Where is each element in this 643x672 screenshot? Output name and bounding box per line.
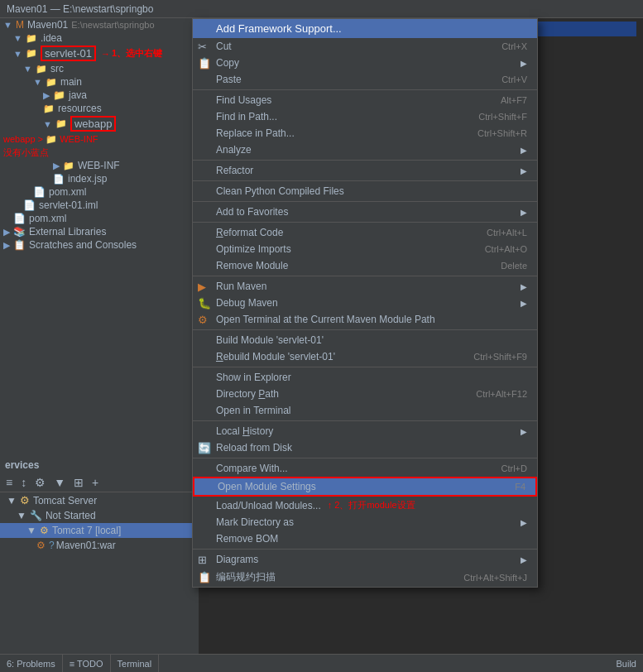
status-problems[interactable]: 6: Problems xyxy=(0,655,63,672)
menu-item-directory-path[interactable]: Directory Path Ctrl+Alt+F12 xyxy=(193,386,537,402)
menu-item-clean-python[interactable]: Clean Python Compiled Files xyxy=(193,183,537,199)
war-label: Maven01:war xyxy=(56,540,116,551)
menu-item-diagrams[interactable]: ⊞ Diagrams ▶ xyxy=(193,551,537,568)
diagrams-arrow: ▶ xyxy=(521,555,527,564)
menu-item-cut[interactable]: ✂ Cut Ctrl+X xyxy=(193,38,537,55)
tree-item-maven01[interactable]: ▼ M Maven01 E:\newstart\springbo xyxy=(0,18,199,31)
cut-shortcut: Ctrl+X xyxy=(501,41,527,51)
status-terminal[interactable]: Terminal xyxy=(111,655,160,672)
xml-icon: 📄 xyxy=(13,213,26,224)
tree-label: pom.xml xyxy=(49,186,86,198)
separator xyxy=(193,89,537,90)
separator xyxy=(193,367,537,367)
toolbar-btn-add[interactable]: + xyxy=(89,475,101,490)
build-label: Build xyxy=(617,659,636,669)
toolbar-btn-sort[interactable]: ↕ xyxy=(18,475,29,490)
copy-label: Copy xyxy=(216,57,239,69)
menu-item-reload-disk[interactable]: 🔄 Reload from Disk xyxy=(193,439,537,456)
separator xyxy=(193,549,537,550)
menu-item-mark-directory[interactable]: Mark Directory as ▶ xyxy=(193,514,537,530)
menu-item-optimize-imports[interactable]: Optimize Imports Ctrl+Alt+O xyxy=(193,241,537,257)
encoding-scan-shortcut: Ctrl+Alt+Shift+J xyxy=(463,573,527,583)
expand-icon: ▼ xyxy=(33,77,42,87)
menu-item-open-module-settings[interactable]: Open Module Settings F4 xyxy=(193,477,537,497)
menu-item-reformat[interactable]: Reformat Code Ctrl+Alt+L xyxy=(193,224,537,241)
tree-item-pomxml1[interactable]: 📄 pom.xml xyxy=(0,185,199,199)
war-icon: ⚙ xyxy=(36,540,46,551)
mark-directory-arrow: ▶ xyxy=(521,518,527,527)
menu-item-local-history[interactable]: Local History ▶ xyxy=(193,423,537,439)
todo-label: ≡ TODO xyxy=(70,659,103,669)
toolbar-btn-filter[interactable]: ▼ xyxy=(51,475,68,490)
menu-item-compare[interactable]: Compare With... Ctrl+D xyxy=(193,460,537,477)
menu-item-remove-bom[interactable]: Remove BOM xyxy=(193,530,537,547)
menu-item-remove-module[interactable]: Remove Module Delete xyxy=(193,257,537,274)
tree-item-scratches[interactable]: ▶ 📋 Scratches and Consoles xyxy=(0,238,199,252)
tree-item-webinf[interactable]: ▶ 📁 WEB-INF xyxy=(0,159,199,172)
expand-icon: ▼ xyxy=(13,49,22,59)
menu-item-add-favorites[interactable]: Add to Favorites ▶ xyxy=(193,204,537,220)
menu-item-open-terminal-maven[interactable]: ⚙ Open Terminal at the Current Maven Mod… xyxy=(193,311,537,328)
path-label: E:\newstart\springbo xyxy=(71,20,154,30)
refactor-arrow: ▶ xyxy=(521,166,527,175)
tree-item-webapp[interactable]: ▼ 📁 webapp xyxy=(0,115,199,132)
expand-icon: ▶ xyxy=(3,240,10,251)
tree-item-indexjsp[interactable]: 📄 index.jsp xyxy=(0,172,199,185)
iml-icon: 📄 xyxy=(23,199,36,211)
menu-item-find-in-path[interactable]: Find in Path... Ctrl+Shift+F xyxy=(193,108,537,125)
menu-item-load-unload[interactable]: Load/Unload Modules... ↑ 2、打开module设置 xyxy=(193,497,537,514)
menu-item-copy[interactable]: 📋 Copy ▶ xyxy=(193,55,537,71)
reformat-label: Reformat Code xyxy=(216,227,283,238)
menu-item-show-explorer[interactable]: Show in Explorer xyxy=(193,369,537,386)
tomcat-server-icon: ⚙ xyxy=(20,494,30,506)
tree-label: java xyxy=(69,89,87,101)
menu-item-open-terminal[interactable]: Open in Terminal xyxy=(193,402,537,419)
menu-item-refactor[interactable]: Refactor ▶ xyxy=(193,162,537,179)
menu-item-encoding-scan[interactable]: 📋 编码规约扫描 Ctrl+Alt+Shift+J xyxy=(193,568,537,587)
annotation2-arrow: ↑ 2、打开module设置 xyxy=(328,499,415,511)
debug-maven-label: Debug Maven xyxy=(216,297,278,309)
tree-label: Scratches and Consoles xyxy=(29,239,137,251)
status-build[interactable]: Build xyxy=(610,655,643,672)
copy-icon: 📋 xyxy=(198,57,211,70)
tree-item-extlibs[interactable]: ▶ 📚 External Libraries xyxy=(0,225,199,238)
rebuild-module-label: Rebuild Module 'servlet-01' xyxy=(216,351,335,362)
open-terminal-maven-label: Open Terminal at the Current Maven Modul… xyxy=(216,314,435,325)
tree-item-servlet01iml[interactable]: 📄 servlet-01.iml xyxy=(0,199,199,212)
menu-item-add-framework[interactable]: Add Framework Support... xyxy=(193,19,537,38)
menu-item-run-maven[interactable]: ▶ Run Maven ▶ xyxy=(193,278,537,295)
tree-item-pomxml2[interactable]: 📄 pom.xml xyxy=(0,212,199,225)
tree-item-servlet01[interactable]: ▼ 📁 servlet-01 → 1、选中右键 xyxy=(0,45,199,62)
problems-label: 6: Problems xyxy=(7,659,55,669)
services-title: ervices xyxy=(0,457,199,473)
remove-module-shortcut: Delete xyxy=(501,261,527,271)
tree-item-main[interactable]: ▼ 📁 main xyxy=(0,75,199,89)
separator xyxy=(193,222,537,223)
run-maven-arrow: ▶ xyxy=(521,282,527,291)
tree-item-java[interactable]: ▶ 📁 java xyxy=(0,89,199,102)
maven01war-item[interactable]: ⚙ ? Maven01:war xyxy=(0,538,199,553)
status-todo[interactable]: ≡ TODO xyxy=(63,655,111,672)
menu-item-analyze[interactable]: Analyze ▶ xyxy=(193,142,537,158)
find-usages-label: Find Usages xyxy=(216,94,271,106)
menu-item-find-usages[interactable]: Find Usages Alt+F7 xyxy=(193,92,537,108)
tree-item-resources[interactable]: 📁 resources xyxy=(0,102,199,115)
analyze-arrow: ▶ xyxy=(521,146,527,155)
tomcat-server-item[interactable]: ▼ ⚙ Tomcat Server xyxy=(0,492,199,508)
menu-item-rebuild-module[interactable]: Rebuild Module 'servlet-01' Ctrl+Shift+F… xyxy=(193,348,537,365)
menu-item-debug-maven[interactable]: 🐛 Debug Maven ▶ xyxy=(193,295,537,311)
toolbar-btn-layout[interactable]: ⊞ xyxy=(71,475,86,490)
paste-label: Paste xyxy=(216,74,242,85)
replace-in-path-label: Replace in Path... xyxy=(216,127,295,139)
not-started-item[interactable]: ▼ 🔧 Not Started xyxy=(0,508,199,523)
toolbar-btn-group[interactable]: ⚙ xyxy=(32,475,48,490)
menu-item-build-module[interactable]: Build Module 'servlet-01' xyxy=(193,332,537,348)
toolbar-btn-order[interactable]: ≡ xyxy=(3,475,15,490)
build-module-label: Build Module 'servlet-01' xyxy=(216,334,324,346)
tree-item-idea[interactable]: ▼ 📁 .idea xyxy=(0,31,199,45)
tomcat7-item[interactable]: ▼ ⚙ Tomcat 7 [local] xyxy=(0,523,199,538)
menu-item-replace-in-path[interactable]: Replace in Path... Ctrl+Shift+R xyxy=(193,125,537,142)
reload-disk-label: Reload from Disk xyxy=(216,442,292,454)
menu-item-paste[interactable]: Paste Ctrl+V xyxy=(193,71,537,88)
tree-item-src[interactable]: ▼ 📁 src xyxy=(0,62,199,75)
